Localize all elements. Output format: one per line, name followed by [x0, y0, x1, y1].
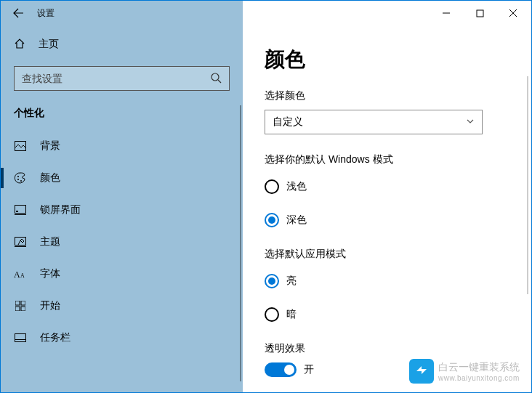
close-button[interactable]: [496, 2, 530, 24]
windows-mode-group: 浅色 深色: [265, 174, 531, 233]
home-label: 主页: [39, 38, 59, 51]
app-mode-group: 亮 暗: [265, 268, 531, 328]
search-input[interactable]: [22, 73, 222, 84]
radio-icon: [265, 307, 279, 322]
radio-icon: [265, 179, 279, 194]
app-mode-dark-radio[interactable]: 暗: [265, 301, 531, 328]
radio-label: 浅色: [286, 180, 307, 193]
themes-icon: [14, 237, 27, 247]
taskbar-icon: [14, 333, 27, 342]
watermark-line2: www.baiyunxitong.com: [438, 374, 520, 382]
lockscreen-icon: [14, 205, 27, 215]
sidebar-item-lockscreen[interactable]: 锁屏界面: [1, 194, 243, 226]
svg-point-3: [17, 176, 19, 177]
dropdown-value: 自定义: [273, 116, 303, 129]
radio-label: 深色: [286, 214, 307, 227]
maximize-icon: [476, 9, 484, 17]
watermark-logo-icon: [409, 359, 434, 384]
sidebar-scrollbar[interactable]: [240, 105, 241, 381]
svg-rect-7: [16, 211, 18, 212]
app-mode-label: 选择默认应用模式: [265, 248, 531, 261]
sidebar-item-label: 锁屏界面: [40, 203, 81, 216]
picture-icon: [14, 141, 27, 151]
transparency-label: 透明效果: [265, 342, 531, 355]
minimize-button[interactable]: [430, 2, 463, 24]
back-button[interactable]: [5, 1, 31, 25]
sidebar: 主页 个性化 背景 颜色: [1, 25, 243, 392]
app-mode-light-radio[interactable]: 亮: [265, 268, 531, 294]
titlebar: 设置: [1, 1, 531, 25]
main-scrollbar[interactable]: [527, 76, 528, 294]
chevron-down-icon: [466, 116, 475, 128]
radio-label: 暗: [286, 308, 297, 321]
svg-rect-14: [21, 307, 25, 311]
sidebar-item-label: 主题: [40, 235, 60, 248]
svg-rect-0: [477, 10, 483, 17]
page-title: 颜色: [265, 46, 531, 73]
sidebar-item-themes[interactable]: 主题: [1, 226, 243, 258]
home-link[interactable]: 主页: [1, 30, 243, 59]
watermark-text: 白云一键重装系统 www.baiyunxitong.com: [438, 361, 520, 382]
maximize-button[interactable]: [463, 2, 496, 24]
search-icon: [210, 72, 222, 86]
windows-mode-label: 选择你的默认 Windows 模式: [265, 153, 531, 166]
window-title: 设置: [37, 7, 55, 20]
sidebar-item-start[interactable]: 开始: [1, 290, 243, 322]
radio-label: 亮: [286, 275, 297, 288]
svg-text:A: A: [20, 272, 25, 279]
start-icon: [14, 301, 27, 311]
sidebar-item-colors[interactable]: 颜色: [1, 162, 243, 194]
sidebar-item-taskbar[interactable]: 任务栏: [1, 322, 243, 354]
sidebar-item-label: 颜色: [40, 171, 60, 185]
sidebar-item-label: 任务栏: [40, 331, 70, 344]
radio-icon: [265, 213, 279, 227]
svg-rect-15: [15, 334, 26, 342]
svg-rect-13: [15, 307, 20, 311]
main-panel: 颜色 选择颜色 自定义 选择你的默认 Windows 模式 浅色 深色: [243, 25, 531, 392]
home-icon: [14, 38, 25, 52]
category-title: 个性化: [14, 107, 230, 120]
svg-rect-11: [15, 301, 20, 305]
sidebar-item-fonts[interactable]: AA 字体: [1, 258, 243, 290]
svg-point-5: [20, 180, 22, 182]
svg-rect-16: [15, 340, 26, 342]
windows-mode-dark-radio[interactable]: 深色: [265, 207, 531, 233]
svg-point-4: [17, 179, 19, 180]
palette-icon: [14, 172, 27, 184]
close-icon: [509, 9, 517, 17]
sidebar-item-background[interactable]: 背景: [1, 130, 243, 162]
windows-mode-light-radio[interactable]: 浅色: [265, 174, 531, 200]
svg-rect-12: [21, 301, 25, 305]
minimize-icon: [442, 9, 451, 17]
search-box[interactable]: [14, 66, 230, 91]
titlebar-left: 设置: [1, 1, 243, 25]
sidebar-item-label: 字体: [40, 267, 60, 280]
svg-point-1: [211, 73, 219, 81]
svg-text:A: A: [14, 270, 20, 279]
watermark: 白云一键重装系统 www.baiyunxitong.com: [409, 359, 520, 384]
back-arrow-icon: [12, 7, 24, 19]
radio-icon: [265, 274, 279, 288]
content: 主页 个性化 背景 颜色: [1, 25, 531, 392]
transparency-toggle[interactable]: [265, 362, 297, 377]
titlebar-right: [243, 1, 531, 25]
settings-window: 设置 主页: [1, 1, 531, 392]
sidebar-item-label: 背景: [40, 139, 60, 153]
watermark-line1: 白云一键重装系统: [438, 361, 520, 374]
choose-color-dropdown[interactable]: 自定义: [265, 110, 483, 134]
fonts-icon: AA: [14, 269, 27, 279]
transparency-state: 开: [304, 363, 314, 376]
choose-color-label: 选择颜色: [265, 89, 531, 102]
sidebar-item-label: 开始: [40, 299, 60, 312]
